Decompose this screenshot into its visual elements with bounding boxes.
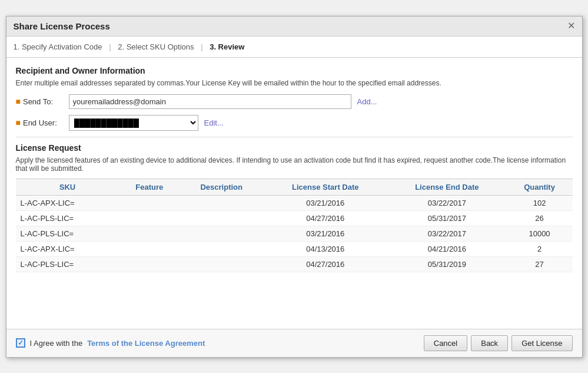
- terms-link[interactable]: Terms of the License Agreement: [87, 339, 205, 348]
- cancel-button[interactable]: Cancel: [424, 335, 467, 351]
- col-quantity: Quantity: [507, 179, 573, 195]
- license-table: SKU Feature Description License Start Da…: [16, 179, 573, 272]
- table-row: L-AC-PLS-LIC=03/21/201603/22/201710000: [16, 226, 573, 241]
- agree-text: I Agree with the: [30, 339, 83, 348]
- sep2: |: [201, 42, 202, 51]
- send-to-label: ■ Send To:: [16, 97, 69, 106]
- col-start-date: License Start Date: [263, 179, 387, 195]
- step2-label: 2. Select SKU Options: [118, 42, 194, 51]
- step1-label: 1. Specify Activation Code: [14, 42, 102, 51]
- license-section-desc: Apply the licensed features of an existi…: [16, 156, 573, 173]
- license-section-title: License Request: [16, 143, 573, 153]
- table-row: L-AC-APX-LIC=03/21/201603/22/2017102: [16, 195, 573, 210]
- send-to-required-star: ■: [16, 97, 21, 106]
- close-button[interactable]: ✕: [567, 21, 575, 31]
- recipient-section-title: Recipient and Owner Information: [16, 66, 573, 75]
- col-sku: SKU: [16, 179, 119, 195]
- get-license-button[interactable]: Get License: [511, 335, 572, 351]
- dialog-body: Recipient and Owner Information Enter mu…: [6, 58, 582, 329]
- col-end-date: License End Date: [387, 179, 506, 195]
- end-user-select[interactable]: ████████████: [69, 115, 198, 131]
- table-row: L-AC-APX-LIC=04/13/201604/21/20162: [16, 241, 573, 256]
- dialog-title: Share License Process: [14, 21, 110, 31]
- add-link[interactable]: Add...: [357, 97, 377, 106]
- end-user-row: ■ End User: ████████████ Edit...: [16, 115, 573, 131]
- check-mark-icon: ✓: [18, 339, 24, 347]
- share-license-dialog: Share License Process ✕ 1. Specify Activ…: [6, 16, 583, 358]
- footer-right: Cancel Back Get License: [424, 335, 573, 351]
- col-description: Description: [180, 179, 263, 195]
- dialog-header: Share License Process ✕: [6, 16, 582, 37]
- license-section: License Request Apply the licensed featu…: [16, 143, 573, 272]
- table-row: L-AC-PLS-LIC=04/27/201605/31/201726: [16, 210, 573, 226]
- agree-checkbox[interactable]: ✓: [16, 338, 25, 348]
- recipient-section-desc: Enter multiple email addresses separated…: [16, 79, 573, 87]
- edit-link[interactable]: Edit...: [204, 118, 224, 127]
- end-user-label: ■ End User:: [16, 118, 69, 127]
- dialog-footer: ✓ I Agree with the Terms of the License …: [6, 329, 582, 357]
- step3-label: 3. Review: [210, 42, 244, 51]
- divider: [16, 137, 573, 137]
- end-user-select-wrap: ████████████ Edit...: [69, 115, 224, 131]
- send-to-input[interactable]: [69, 94, 351, 109]
- footer-left: ✓ I Agree with the Terms of the License …: [16, 338, 205, 348]
- table-header-row: SKU Feature Description License Start Da…: [16, 179, 573, 195]
- sep1: |: [109, 42, 111, 51]
- end-user-required-star: ■: [16, 118, 21, 127]
- steps-bar: 1. Specify Activation Code | 2. Select S…: [6, 37, 582, 58]
- send-to-row: ■ Send To: Add...: [16, 94, 573, 109]
- col-feature: Feature: [119, 179, 180, 195]
- back-button[interactable]: Back: [471, 335, 508, 351]
- table-row: L-AC-PLS-LIC=04/27/201605/31/201927: [16, 256, 573, 272]
- recipient-section: Recipient and Owner Information Enter mu…: [16, 66, 573, 131]
